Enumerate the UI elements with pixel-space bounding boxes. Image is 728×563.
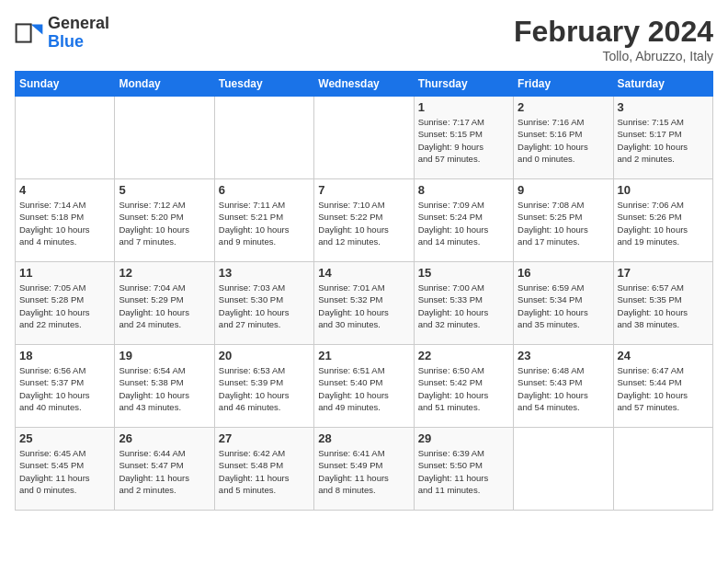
calendar-week-row: 25Sunrise: 6:45 AM Sunset: 5:45 PM Dayli…	[16, 428, 713, 511]
day-number: 11	[19, 266, 110, 280]
calendar-cell	[115, 97, 214, 179]
day-info: Sunrise: 6:47 AM Sunset: 5:44 PM Dayligh…	[618, 364, 709, 413]
day-number: 27	[219, 431, 310, 445]
day-info: Sunrise: 7:16 AM Sunset: 5:16 PM Dayligh…	[518, 116, 609, 165]
day-info: Sunrise: 7:17 AM Sunset: 5:15 PM Dayligh…	[418, 116, 509, 165]
day-number: 19	[119, 349, 210, 362]
calendar-week-row: 18Sunrise: 6:56 AM Sunset: 5:37 PM Dayli…	[16, 345, 713, 428]
weekday-header-monday: Monday	[115, 72, 214, 97]
day-info: Sunrise: 6:59 AM Sunset: 5:34 PM Dayligh…	[518, 282, 609, 330]
day-number: 2	[518, 100, 609, 114]
calendar-cell: 14Sunrise: 7:01 AM Sunset: 5:32 PM Dayli…	[314, 262, 414, 345]
day-info: Sunrise: 6:53 AM Sunset: 5:39 PM Dayligh…	[219, 364, 310, 413]
calendar-cell: 15Sunrise: 7:00 AM Sunset: 5:33 PM Dayli…	[414, 262, 513, 345]
calendar-cell: 27Sunrise: 6:42 AM Sunset: 5:48 PM Dayli…	[214, 428, 313, 511]
day-number: 14	[318, 266, 409, 280]
day-number: 18	[19, 349, 110, 362]
day-info: Sunrise: 6:56 AM Sunset: 5:37 PM Dayligh…	[19, 364, 110, 413]
day-number: 8	[418, 183, 509, 197]
day-number: 3	[618, 100, 709, 114]
calendar-cell: 9Sunrise: 7:08 AM Sunset: 5:25 PM Daylig…	[514, 179, 613, 262]
day-info: Sunrise: 6:48 AM Sunset: 5:43 PM Dayligh…	[518, 364, 609, 413]
weekday-header-sunday: Sunday	[16, 72, 115, 97]
logo-general-text: General	[48, 14, 109, 32]
day-number: 12	[119, 266, 210, 280]
calendar-cell	[16, 97, 115, 179]
weekday-header-thursday: Thursday	[414, 72, 513, 97]
day-info: Sunrise: 7:00 AM Sunset: 5:33 PM Dayligh…	[418, 282, 509, 330]
weekday-header-friday: Friday	[514, 72, 613, 97]
day-info: Sunrise: 7:12 AM Sunset: 5:20 PM Dayligh…	[119, 199, 210, 247]
calendar-cell: 16Sunrise: 6:59 AM Sunset: 5:34 PM Dayli…	[514, 262, 613, 345]
day-info: Sunrise: 6:54 AM Sunset: 5:38 PM Dayligh…	[119, 364, 210, 413]
day-info: Sunrise: 7:03 AM Sunset: 5:30 PM Dayligh…	[219, 282, 310, 330]
day-info: Sunrise: 6:45 AM Sunset: 5:45 PM Dayligh…	[19, 447, 110, 496]
day-number: 28	[318, 431, 409, 445]
day-number: 13	[219, 266, 310, 280]
calendar-cell: 2Sunrise: 7:16 AM Sunset: 5:16 PM Daylig…	[514, 97, 613, 179]
calendar-week-row: 4Sunrise: 7:14 AM Sunset: 5:18 PM Daylig…	[16, 179, 713, 262]
day-number: 17	[618, 266, 709, 280]
weekday-header-wednesday: Wednesday	[314, 72, 414, 97]
weekday-header-tuesday: Tuesday	[214, 72, 313, 97]
calendar-cell: 25Sunrise: 6:45 AM Sunset: 5:45 PM Dayli…	[16, 428, 115, 511]
day-info: Sunrise: 7:11 AM Sunset: 5:21 PM Dayligh…	[219, 199, 310, 247]
day-number: 16	[518, 266, 609, 280]
day-info: Sunrise: 6:44 AM Sunset: 5:47 PM Dayligh…	[119, 447, 210, 496]
day-info: Sunrise: 6:50 AM Sunset: 5:42 PM Dayligh…	[418, 364, 509, 413]
day-number: 9	[518, 183, 609, 197]
day-info: Sunrise: 6:39 AM Sunset: 5:50 PM Dayligh…	[418, 447, 509, 496]
calendar-cell: 26Sunrise: 6:44 AM Sunset: 5:47 PM Dayli…	[115, 428, 214, 511]
day-number: 6	[219, 183, 310, 197]
calendar-cell: 13Sunrise: 7:03 AM Sunset: 5:30 PM Dayli…	[214, 262, 313, 345]
location-subtitle: Tollo, Abruzzo, Italy	[514, 49, 713, 63]
day-info: Sunrise: 7:08 AM Sunset: 5:25 PM Dayligh…	[518, 199, 609, 247]
day-number: 15	[418, 266, 509, 280]
logo-icon	[15, 18, 44, 48]
day-number: 7	[318, 183, 409, 197]
calendar-cell	[514, 428, 613, 511]
calendar-header-row: SundayMondayTuesdayWednesdayThursdayFrid…	[16, 72, 713, 97]
calendar-cell: 22Sunrise: 6:50 AM Sunset: 5:42 PM Dayli…	[414, 345, 513, 428]
day-number: 22	[418, 349, 509, 362]
day-number: 4	[19, 183, 110, 197]
day-number: 10	[618, 183, 709, 197]
calendar-cell: 28Sunrise: 6:41 AM Sunset: 5:49 PM Dayli…	[314, 428, 414, 511]
day-number: 21	[318, 349, 409, 362]
calendar-cell: 1Sunrise: 7:17 AM Sunset: 5:15 PM Daylig…	[414, 97, 513, 179]
day-info: Sunrise: 7:15 AM Sunset: 5:17 PM Dayligh…	[618, 116, 709, 165]
weekday-header-saturday: Saturday	[613, 72, 712, 97]
calendar-week-row: 1Sunrise: 7:17 AM Sunset: 5:15 PM Daylig…	[16, 97, 713, 179]
day-info: Sunrise: 7:04 AM Sunset: 5:29 PM Dayligh…	[119, 282, 210, 330]
calendar-cell: 18Sunrise: 6:56 AM Sunset: 5:37 PM Dayli…	[16, 345, 115, 428]
calendar-cell: 3Sunrise: 7:15 AM Sunset: 5:17 PM Daylig…	[613, 97, 712, 179]
day-number: 5	[119, 183, 210, 197]
calendar-cell: 29Sunrise: 6:39 AM Sunset: 5:50 PM Dayli…	[414, 428, 513, 511]
calendar-cell: 8Sunrise: 7:09 AM Sunset: 5:24 PM Daylig…	[414, 179, 513, 262]
day-info: Sunrise: 7:01 AM Sunset: 5:32 PM Dayligh…	[318, 282, 409, 330]
calendar-cell: 10Sunrise: 7:06 AM Sunset: 5:26 PM Dayli…	[613, 179, 712, 262]
page-header: General Blue February 2024 Tollo, Abruzz…	[15, 15, 713, 63]
calendar-cell: 5Sunrise: 7:12 AM Sunset: 5:20 PM Daylig…	[115, 179, 214, 262]
day-number: 25	[19, 431, 110, 445]
calendar-cell: 23Sunrise: 6:48 AM Sunset: 5:43 PM Dayli…	[514, 345, 613, 428]
day-number: 24	[618, 349, 709, 362]
calendar-cell	[314, 97, 414, 179]
calendar-table: SundayMondayTuesdayWednesdayThursdayFrid…	[15, 71, 713, 511]
day-info: Sunrise: 7:05 AM Sunset: 5:28 PM Dayligh…	[19, 282, 110, 330]
calendar-cell: 6Sunrise: 7:11 AM Sunset: 5:21 PM Daylig…	[214, 179, 313, 262]
calendar-cell: 20Sunrise: 6:53 AM Sunset: 5:39 PM Dayli…	[214, 345, 313, 428]
calendar-cell: 19Sunrise: 6:54 AM Sunset: 5:38 PM Dayli…	[115, 345, 214, 428]
day-info: Sunrise: 7:10 AM Sunset: 5:22 PM Dayligh…	[318, 199, 409, 247]
day-number: 26	[119, 431, 210, 445]
calendar-cell: 24Sunrise: 6:47 AM Sunset: 5:44 PM Dayli…	[613, 345, 712, 428]
calendar-cell: 21Sunrise: 6:51 AM Sunset: 5:40 PM Dayli…	[314, 345, 414, 428]
day-info: Sunrise: 7:06 AM Sunset: 5:26 PM Dayligh…	[618, 199, 709, 247]
calendar-cell: 12Sunrise: 7:04 AM Sunset: 5:29 PM Dayli…	[115, 262, 214, 345]
month-title: February 2024	[514, 15, 713, 49]
calendar-cell: 4Sunrise: 7:14 AM Sunset: 5:18 PM Daylig…	[16, 179, 115, 262]
day-number: 23	[518, 349, 609, 362]
calendar-cell	[214, 97, 313, 179]
day-info: Sunrise: 7:09 AM Sunset: 5:24 PM Dayligh…	[418, 199, 509, 247]
day-info: Sunrise: 6:51 AM Sunset: 5:40 PM Dayligh…	[318, 364, 409, 413]
